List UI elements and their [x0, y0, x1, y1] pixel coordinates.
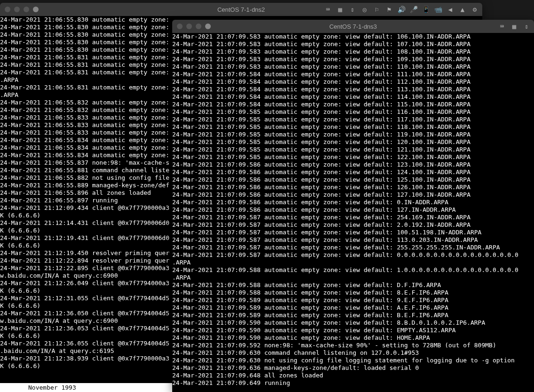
toolbar-icon[interactable]: ⚙: [471, 6, 478, 13]
extra-dot-icon: [205, 24, 211, 29]
terminal-line: 24-Mar-2021 21:07:09.585 automatic empty…: [172, 123, 534, 131]
terminal-line: 24-Mar-2021 21:07:09.586 automatic empty…: [172, 199, 534, 206]
terminal-line: 24-Mar-2021 21:07:09.583 automatic empty…: [172, 56, 534, 63]
terminal-line: 24-Mar-2021 21:07:09.585 automatic empty…: [172, 153, 534, 161]
titlebar[interactable]: CentOS 7-1-dns2 ⌨▦⇕◎⚐⚑🔊🎤📱📹◀▲⚙: [0, 3, 482, 16]
terminal-line: 24-Mar-2021 21:07:09.586 automatic empty…: [172, 161, 534, 168]
maximize-icon[interactable]: [196, 24, 201, 29]
terminal-line: 24-Mar-2021 21:07:09.586 automatic empty…: [172, 184, 534, 191]
terminal-line: 24-Mar-2021 21:07:09.587 automatic empty…: [172, 221, 534, 229]
terminal-line: 24-Mar-2021 21:07:09.589 automatic empty…: [172, 304, 534, 312]
window-title: CentOS 7-1-dns3: [172, 23, 534, 30]
terminal-line: 24-Mar-2021 21:07:09.586 automatic empty…: [172, 191, 534, 199]
terminal-line: 24-Mar-2021 21:07:09.592 none:98: 'max-c…: [172, 342, 534, 349]
terminal-window-dns3[interactable]: CentOS 7-1-dns3 ⌨▦⇕ 24-Mar-2021 21:07:09…: [172, 20, 534, 392]
titlebar[interactable]: CentOS 7-1-dns3 ⌨▦⇕: [172, 20, 534, 33]
terminal-line: 24-Mar-2021 21:07:09.586 automatic empty…: [172, 168, 534, 176]
terminal-line: 24-Mar-2021 21:07:09.585 automatic empty…: [172, 146, 534, 153]
terminal-line: 24-Mar-2021 21:07:09.584 automatic empty…: [172, 78, 534, 86]
terminal-line: 24-Mar-2021 21:07:09.587 automatic empty…: [172, 251, 534, 259]
terminal-line: 24-Mar-2021 21:07:09.588 automatic empty…: [172, 281, 534, 289]
toolbar-icon[interactable]: ▦: [510, 23, 518, 30]
close-icon[interactable]: [177, 24, 183, 29]
toolbar-icon[interactable]: ⌨: [498, 23, 506, 30]
minimize-icon[interactable]: [14, 7, 20, 12]
toolbar-icon[interactable]: ⇕: [523, 23, 530, 30]
toolbar-icon[interactable]: ⌨: [324, 6, 332, 13]
toolbar-icon[interactable]: ▦: [336, 6, 344, 13]
terminal-line: 24-Mar-2021 21:07:09.584 automatic empty…: [172, 71, 534, 78]
terminal-line: 24-Mar-2021 21:07:09.586 automatic empty…: [172, 206, 534, 214]
terminal-line: 24-Mar-2021 21:07:09.585 automatic empty…: [172, 138, 534, 146]
terminal-line: 24-Mar-2021 21:07:09.583 automatic empty…: [172, 33, 534, 40]
terminal-line: 24-Mar-2021 21:07:09.585 automatic empty…: [172, 116, 534, 123]
terminal-line: .ARPA: [172, 274, 534, 281]
terminal-line: 24-Mar-2021 21:07:09.585 automatic empty…: [172, 108, 534, 116]
toolbar-icon[interactable]: 🎤: [410, 6, 417, 13]
toolbar-icon[interactable]: 📹: [434, 6, 442, 13]
terminal-line: 24-Mar-2021 21:07:09.584 automatic empty…: [172, 101, 534, 108]
terminal-line: 24-Mar-2021 21:07:09.648 all zones loade…: [172, 372, 534, 379]
terminal-line: 24-Mar-2021 21:07:09.587 automatic empty…: [172, 236, 534, 244]
terminal-line: 24-Mar-2021 21:07:09.583 automatic empty…: [172, 40, 534, 48]
toolbar-icon[interactable]: ◎: [361, 6, 368, 13]
terminal-line: 24-Mar-2021 21:07:09.590 automatic empty…: [172, 319, 534, 327]
terminal-line: 24-Mar-2021 21:07:09.584 automatic empty…: [172, 86, 534, 93]
terminal-line: 24-Mar-2021 21:07:09.587 automatic empty…: [172, 244, 534, 251]
terminal-line: 24-Mar-2021 21:07:09.589 automatic empty…: [172, 312, 534, 319]
terminal-output[interactable]: 24-Mar-2021 21:07:09.583 automatic empty…: [172, 33, 534, 387]
toolbar-icon[interactable]: ⚐: [373, 6, 381, 13]
toolbar-icons: ⌨▦⇕◎⚐⚑🔊🎤📱📹◀▲⚙: [324, 6, 478, 13]
traffic-lights: [172, 24, 211, 29]
footer-text: November 1993: [0, 383, 172, 392]
terminal-line: 24-Mar-2021 21:07:09.587 automatic empty…: [172, 214, 534, 221]
terminal-line: 24-Mar-2021 21:07:09.636 managed-keys-zo…: [172, 364, 534, 372]
terminal-line: 24-Mar-2021 21:07:09.583 automatic empty…: [172, 63, 534, 71]
terminal-line: 24-Mar-2021 21:07:09.588 automatic empty…: [172, 266, 534, 274]
terminal-line: 24-Mar-2021 21:07:09.630 command channel…: [172, 349, 534, 357]
terminal-line: 24-Mar-2021 21:07:09.589 automatic empty…: [172, 296, 534, 304]
toolbar-icons: ⌨▦⇕: [498, 23, 530, 30]
terminal-line: 24-Mar-2021 21:07:09.587 automatic empty…: [172, 229, 534, 236]
terminal-line: 24-Mar-2021 21:07:09.586 automatic empty…: [172, 176, 534, 184]
toolbar-icon[interactable]: ◀: [446, 6, 454, 13]
terminal-line: 24-Mar-2021 21:07:09.590 automatic empty…: [172, 327, 534, 334]
toolbar-icon[interactable]: ⇕: [349, 6, 356, 13]
terminal-line: .ARPA: [172, 259, 534, 266]
close-icon[interactable]: [5, 7, 10, 12]
toolbar-icon[interactable]: 🔊: [398, 6, 405, 13]
terminal-line: 24-Mar-2021 21:07:09.590 automatic empty…: [172, 334, 534, 342]
toolbar-icon[interactable]: ⚑: [385, 6, 393, 13]
extra-dot-icon: [33, 7, 39, 12]
toolbar-icon[interactable]: ▲: [459, 6, 466, 13]
terminal-line: 24-Mar-2021 21:07:09.585 automatic empty…: [172, 131, 534, 138]
toolbar-icon[interactable]: 📱: [422, 6, 430, 13]
terminal-line: 24-Mar-2021 21:07:09.649 running: [172, 379, 534, 387]
maximize-icon[interactable]: [24, 7, 29, 12]
terminal-line: 24-Mar-2021 21:07:09.584 automatic empty…: [172, 93, 534, 101]
terminal-line: 24-Mar-2021 21:07:09.588 automatic empty…: [172, 289, 534, 296]
terminal-line: 24-Mar-2021 21:07:09.583 automatic empty…: [172, 48, 534, 56]
terminal-line: 24-Mar-2021 21:07:09.630 not using confi…: [172, 357, 534, 364]
minimize-icon[interactable]: [186, 24, 192, 29]
traffic-lights: [0, 7, 39, 12]
